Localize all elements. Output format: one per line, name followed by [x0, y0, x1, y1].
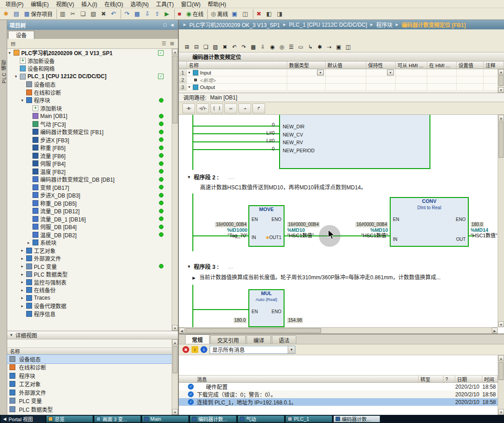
inspector-tab[interactable]: 交叉引用 — [210, 335, 246, 344]
detail-view-header[interactable]: ▼ 详细视图 — [7, 331, 178, 339]
tree-item[interactable]: 程序块 — [7, 96, 172, 104]
ladder-vertical-scrollbar[interactable]: ▲ ▼ — [498, 115, 504, 327]
portal-view-button[interactable]: ◀ Portal 视图 — [1, 415, 45, 423]
tree-item[interactable]: 设备代理数据 — [7, 302, 172, 310]
toolbar-button[interactable]: ▶ — [163, 9, 173, 19]
taskbar-editor-button[interactable]: Main — [142, 415, 189, 423]
message-filter-select[interactable]: 显示所有消息 ▼ — [210, 346, 295, 354]
taskbar-editor-button[interactable]: 编码器计数... — [190, 415, 237, 423]
detail-view-item[interactable]: 程序块 — [7, 371, 172, 380]
scroll-right-icon[interactable]: ▶ — [492, 328, 498, 334]
tree-item[interactable]: PLC学习机20200209 OK_3 V13_SP1 — [7, 49, 172, 57]
editor-toolbar-button[interactable]: ↷ — [239, 42, 248, 52]
ladder-editor[interactable]: 0L#0L#00 NEW_DIRNEW_CVNEW_RVNEW_PERIOD ▼… — [179, 115, 504, 334]
tree-item[interactable]: 添加新设备 — [7, 57, 172, 65]
ladder-instruction-button[interactable]: ↱ — [252, 103, 265, 113]
scroll-down-icon[interactable]: ▼ — [172, 409, 178, 415]
toolbar-button[interactable]: ⇧ — [153, 9, 163, 19]
taskbar-editor-button[interactable]: 总览 — [46, 415, 93, 423]
editor-toolbar-button[interactable]: ❏ — [201, 42, 210, 52]
toolbar-button[interactable]: ▦ 保存项目 — [22, 9, 54, 19]
ladder-instruction-button[interactable]: ( ) — [210, 103, 223, 113]
ladder-instruction-button[interactable]: ▭ — [224, 103, 237, 113]
editor-toolbar-button[interactable]: ▩ — [249, 42, 258, 52]
move-block[interactable]: MOVE EN ENO IN ✱ OUT1 — [248, 205, 285, 247]
column-hmi-visible[interactable]: 在 HMI ... — [427, 61, 457, 69]
taskbar-editor-button[interactable]: 编码器计数... — [333, 415, 380, 423]
toolbar-button[interactable]: ↶ — [109, 9, 119, 19]
tree-item[interactable]: 称重_DB [DB5] — [7, 199, 172, 207]
toolbar-button[interactable]: ▣ — [230, 9, 240, 19]
mul-block[interactable]: MUL Auto (Real) EN ENO — [248, 289, 285, 327]
interface-row[interactable]: 1 Input — [179, 69, 504, 76]
tree-item[interactable]: 程序信息 — [7, 310, 172, 318]
editor-toolbar-button[interactable]: ◫ — [344, 42, 353, 52]
plc-programming-strip-label[interactable]: PLC 编程 — [0, 60, 8, 83]
column-default[interactable]: 默认值 — [326, 61, 366, 69]
dropdown-arrow-icon[interactable]: ▼ — [288, 346, 295, 353]
tree-expand-arrow[interactable] — [15, 74, 20, 79]
tree-item[interactable]: 设备组态 — [7, 80, 172, 89]
tree-item[interactable]: Traces — [7, 294, 172, 302]
tree-item[interactable]: 监控与强制表 — [7, 278, 172, 287]
toolbar-button[interactable]: ▧ — [89, 9, 99, 19]
toolbar-button[interactable]: ✂ — [69, 9, 79, 19]
mul-output-operand[interactable]: 154.98 — [287, 317, 314, 323]
scroll-left-icon[interactable]: ◀ — [179, 328, 185, 334]
menu-item[interactable]: 窗口(W) — [177, 0, 204, 8]
tree-expand-arrow[interactable] — [21, 272, 26, 277]
block-pin[interactable]: NEW_RV — [283, 139, 315, 147]
column-retain[interactable]: 保持性 — [366, 61, 396, 69]
tree-expand-arrow[interactable] — [21, 98, 26, 103]
editor-toolbar-button[interactable]: ⊟ — [192, 42, 201, 52]
menu-item[interactable]: 视图(V) — [52, 0, 78, 8]
block-pin[interactable]: NEW_CV — [283, 131, 315, 139]
tree-item[interactable]: 编码器计数变频定位_DB [DB1] — [7, 175, 172, 183]
editor-toolbar-button[interactable]: ⇢ — [325, 42, 334, 52]
toolbar-button[interactable]: ◎ 离线 — [207, 9, 230, 19]
pin-value[interactable]: 0 — [238, 121, 275, 129]
tree-item[interactable]: 伺服_DB [DB4] — [7, 223, 172, 231]
detail-view-item[interactable]: 在线和诊断 — [7, 363, 172, 372]
block-pin[interactable]: NEW_PERIOD — [283, 147, 315, 155]
column-datatype[interactable]: 数据类型 — [287, 61, 326, 69]
toolbar-button[interactable]: ■ — [174, 9, 185, 19]
column-message[interactable]: 消息 — [179, 376, 419, 382]
tree-item[interactable]: Main [OB1] — [7, 112, 172, 120]
detail-view-name-column[interactable]: 名称 — [7, 348, 172, 355]
pin-panel-icon[interactable]: ▢ — [161, 23, 168, 27]
breadcrumb-item[interactable]: PLC学习机20200209 OK_3 V13_SP1 — [189, 21, 280, 28]
breadcrumb-item[interactable]: 编码器计数变频定位 [FB1] — [401, 21, 466, 28]
tree-item[interactable]: 步进X [FB3] — [7, 136, 172, 144]
toolbar-button[interactable]: ▤ — [12, 9, 22, 19]
conv-block[interactable]: CONV DInt to Real EN ENO IN OUT — [390, 197, 469, 247]
detail-view-item[interactable]: 工艺对象 — [7, 380, 172, 389]
tree-item[interactable]: 外部源文件 — [7, 254, 172, 263]
menu-item[interactable]: 项目(P) — [2, 0, 27, 8]
network-2-header[interactable]: ▼ 程序段 2 : ..... — [187, 173, 235, 181]
detail-view-item[interactable]: 设备组态 — [7, 355, 172, 363]
breadcrumb-item[interactable]: PLC_1 [CPU 1212C DC/DC/DC] — [289, 22, 367, 28]
warning-filter-icon[interactable]: ! — [191, 346, 198, 353]
network-3-header[interactable]: ▼ 程序段 3 : .... — [187, 262, 233, 271]
message-scrollbar[interactable]: ▲ ▼ — [498, 355, 504, 415]
menu-item[interactable]: 工具(T) — [152, 0, 177, 8]
tree-item[interactable]: 工艺对象 — [7, 247, 172, 255]
scroll-up-icon[interactable]: ▲ — [498, 355, 504, 361]
detail-view-item[interactable]: PLC 变量 — [7, 397, 172, 405]
error-filter-icon[interactable]: ✖ — [182, 346, 189, 353]
editor-toolbar-button[interactable]: ◉ — [268, 42, 277, 52]
tree-expand-arrow[interactable] — [21, 280, 26, 284]
toolbar-button[interactable]: ◧ — [265, 9, 275, 19]
tree-expand-arrow[interactable] — [9, 51, 14, 55]
tree-item[interactable]: PLC 变量 — [7, 263, 172, 271]
editor-toolbar-button[interactable]: ▧ — [211, 42, 220, 52]
tree-item[interactable]: 气动 [FC3] — [7, 120, 172, 128]
tree-expand-arrow[interactable] — [21, 296, 26, 300]
toolbar-button[interactable]: ⇩ — [143, 9, 153, 19]
tree-expand-arrow[interactable] — [21, 256, 26, 261]
message-row[interactable]: ✓ 连接到 PLC_1，地址为 IP=192.168.0.1。 2020/2/1… — [179, 398, 498, 406]
editor-toolbar-button[interactable]: ◎ — [277, 42, 286, 52]
row-label[interactable]: Output — [200, 85, 215, 90]
editor-toolbar-button[interactable]: ⊞ — [182, 42, 191, 52]
